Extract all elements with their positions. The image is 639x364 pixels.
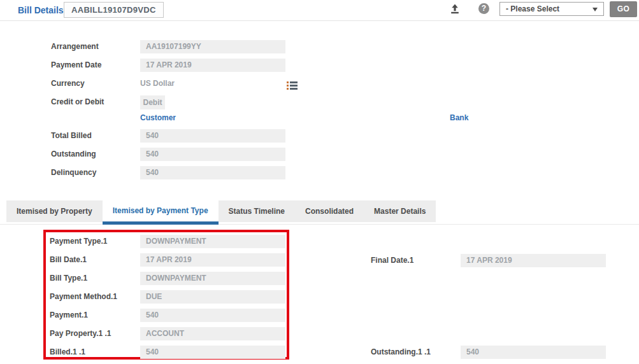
tab-master-details[interactable]: Master Details: [364, 200, 436, 222]
tab-bar: Itemised by Property Itemised by Payment…: [6, 200, 436, 222]
payment-method-1-field: DUE: [140, 290, 285, 304]
payment-type-1-label: Payment Type.1: [50, 235, 139, 248]
tab-status-timeline[interactable]: Status Timeline: [219, 200, 295, 222]
arrangement-label: Arrangement: [51, 40, 139, 53]
delinquency-label: Delinquency: [51, 166, 139, 179]
currency-value: US Dollar: [140, 77, 175, 90]
bill-date-1-field: 17 APR 2019: [140, 253, 285, 267]
action-dropdown-value: - Please Select: [506, 4, 559, 13]
list-icon-row: [287, 85, 298, 87]
billed-1-1-field: 540: [140, 346, 285, 359]
bill-date-1-label: Bill Date.1: [50, 253, 139, 267]
delinquency-field: 540: [140, 166, 285, 179]
list-icon-row: [287, 88, 298, 90]
bank-link[interactable]: Bank: [450, 113, 468, 122]
payment-1-field: 540: [140, 309, 285, 322]
payment-date-label: Payment Date: [51, 59, 139, 72]
credit-or-debit-label: Credit or Debit: [51, 95, 139, 109]
customer-link[interactable]: Customer: [140, 113, 176, 122]
payment-1-label: Payment.1: [50, 309, 139, 322]
outstanding-1-1-label: Outstanding.1 .1: [371, 346, 460, 359]
currency-label: Currency: [51, 77, 139, 90]
bill-type-1-field: DOWNPAYMENT: [140, 272, 285, 285]
action-dropdown[interactable]: - Please Select: [499, 2, 604, 16]
final-date-1-field: 17 APR 2019: [461, 254, 606, 267]
billed-1-1-label: Billed.1 .1: [50, 346, 139, 359]
final-date-1-label: Final Date.1: [371, 254, 460, 267]
outstanding-field: 540: [140, 148, 285, 161]
payment-type-1-field: DOWNPAYMENT: [140, 235, 285, 248]
page-title: Bill Details: [18, 5, 64, 15]
payment-method-1-label: Payment Method.1: [50, 290, 139, 304]
pay-property-1-1-field: ACCOUNT: [140, 327, 285, 340]
currency-list-icon[interactable]: [287, 81, 298, 90]
payment-date-field: 17 APR 2019: [140, 59, 285, 72]
bill-id-badge: AABILL19107D9VDC: [64, 2, 164, 18]
tab-bar-divider: [0, 224, 639, 225]
bill-details-page: Bill Details AABILL19107D9VDC ? - Please…: [0, 0, 639, 364]
tab-itemised-by-payment-type[interactable]: Itemised by Payment Type: [103, 200, 219, 225]
credit-or-debit-field: Debit: [140, 95, 165, 109]
pay-property-1-1-label: Pay Property.1 .1: [50, 327, 139, 340]
outstanding-1-1-field: 540: [461, 346, 606, 359]
tab-consolidated[interactable]: Consolidated: [295, 200, 364, 222]
chevron-down-icon: [592, 8, 598, 11]
upload-icon[interactable]: [449, 3, 461, 15]
list-icon-row: [287, 81, 298, 83]
arrangement-field: AA19107199YY: [140, 40, 285, 53]
top-bar: Bill Details AABILL19107D9VDC ? - Please…: [0, 0, 639, 21]
help-icon[interactable]: ?: [478, 3, 489, 14]
outstanding-label: Outstanding: [51, 148, 139, 161]
total-billed-label: Total Billed: [51, 129, 139, 143]
tab-itemised-by-property[interactable]: Itemised by Property: [6, 200, 103, 222]
total-billed-field: 540: [140, 129, 285, 143]
go-button[interactable]: GO: [610, 1, 637, 17]
bill-type-1-label: Bill Type.1: [50, 272, 139, 285]
